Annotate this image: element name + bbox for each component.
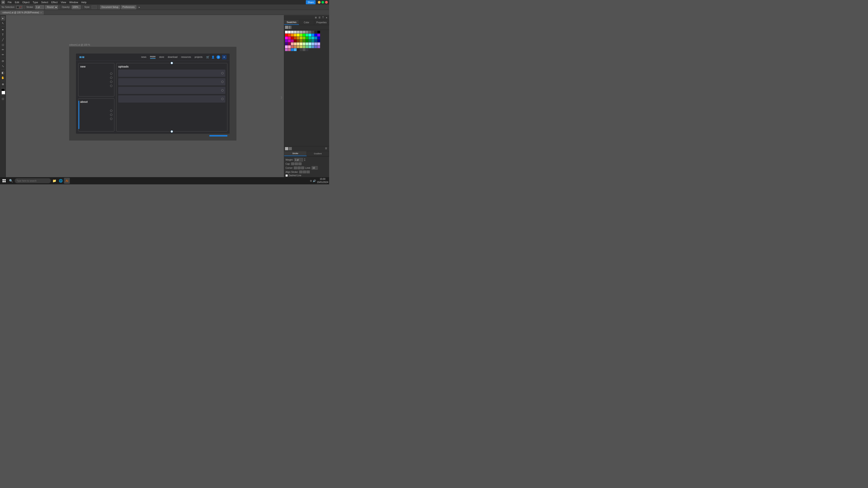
color-swatch[interactable] bbox=[297, 31, 300, 33]
color-swatch[interactable] bbox=[294, 37, 297, 39]
minimize-button[interactable] bbox=[318, 1, 320, 4]
menu-effect[interactable]: Effect bbox=[50, 1, 59, 4]
menu-file[interactable]: File bbox=[6, 1, 13, 4]
color-swatch[interactable] bbox=[297, 45, 300, 48]
corner-bevel[interactable] bbox=[301, 166, 304, 169]
panel-icon-4[interactable]: ▸ bbox=[325, 16, 328, 19]
color-swatch[interactable] bbox=[311, 37, 314, 39]
panel-icon-1[interactable]: ⊞ bbox=[314, 16, 317, 19]
color-swatch[interactable] bbox=[303, 37, 305, 39]
cap-butt[interactable] bbox=[291, 162, 294, 165]
zoom-tool[interactable]: ⊕ bbox=[1, 82, 5, 87]
cap-round[interactable] bbox=[295, 162, 298, 165]
scale-tool[interactable]: ⤡ bbox=[1, 64, 5, 68]
color-swatch[interactable] bbox=[291, 34, 293, 36]
color-swatch[interactable] bbox=[303, 42, 305, 45]
color-swatch[interactable] bbox=[300, 34, 303, 36]
panel-new-swatch[interactable] bbox=[285, 147, 288, 150]
color-swatch[interactable] bbox=[297, 37, 300, 39]
taskbar-file-explorer[interactable]: 📁 bbox=[51, 178, 57, 184]
color-swatch[interactable] bbox=[288, 42, 291, 45]
color-swatch[interactable] bbox=[297, 34, 300, 36]
corner-miter[interactable] bbox=[294, 166, 297, 169]
menu-object[interactable]: Object bbox=[21, 1, 31, 4]
color-swatch[interactable] bbox=[311, 34, 314, 36]
upload-radio-3[interactable] bbox=[221, 89, 223, 92]
align-inside[interactable] bbox=[303, 170, 306, 173]
color-swatch[interactable] bbox=[300, 45, 303, 48]
color-swatch[interactable] bbox=[306, 34, 308, 36]
cap-projecting[interactable] bbox=[298, 162, 302, 165]
weight-down[interactable]: ▼ bbox=[304, 160, 306, 162]
color-swatch[interactable] bbox=[288, 37, 291, 39]
swatch-gradient[interactable] bbox=[289, 26, 292, 29]
color-swatch[interactable] bbox=[285, 34, 288, 36]
color-swatch[interactable] bbox=[300, 42, 303, 45]
color-swatch[interactable] bbox=[303, 31, 305, 33]
color-swatch[interactable] bbox=[297, 48, 300, 51]
color-swatch[interactable] bbox=[306, 42, 308, 45]
color-swatch[interactable] bbox=[303, 34, 305, 36]
color-swatch[interactable] bbox=[300, 48, 303, 51]
color-swatch[interactable] bbox=[303, 45, 305, 48]
upload-item-3[interactable] bbox=[118, 87, 225, 94]
type-tool[interactable]: T bbox=[1, 33, 5, 37]
weight-input[interactable] bbox=[294, 158, 303, 162]
menu-type[interactable]: Type bbox=[31, 1, 39, 4]
menu-select[interactable]: Select bbox=[40, 1, 50, 4]
about-radio-2[interactable] bbox=[110, 113, 112, 116]
file-tab[interactable]: colours1.ai @ 100 % (RGB/Preview) × bbox=[0, 10, 44, 15]
color-swatch[interactable] bbox=[288, 31, 291, 33]
upload-item-4[interactable] bbox=[118, 95, 225, 103]
opacity-input[interactable] bbox=[72, 5, 81, 9]
taskbar-search-input[interactable] bbox=[15, 178, 51, 183]
color-swatch[interactable] bbox=[314, 45, 317, 48]
pencil-tool[interactable]: ✏ bbox=[1, 53, 5, 57]
panel-menu[interactable]: ☰ bbox=[325, 147, 328, 150]
color-swatch[interactable] bbox=[291, 48, 293, 51]
search-button[interactable]: 🔍 bbox=[8, 178, 14, 184]
user-icon[interactable]: 👤 bbox=[211, 56, 215, 59]
tab-swatches[interactable]: Swatches bbox=[284, 20, 299, 25]
maximize-button[interactable] bbox=[321, 1, 324, 4]
color-swatch[interactable] bbox=[314, 31, 317, 33]
corner-round[interactable] bbox=[298, 166, 301, 169]
hamburger-button[interactable]: ≡ bbox=[222, 55, 226, 59]
upload-radio-4[interactable] bbox=[221, 98, 223, 100]
color-swatch[interactable] bbox=[294, 34, 297, 36]
color-swatch[interactable] bbox=[309, 31, 311, 33]
tab-color[interactable]: Color bbox=[299, 20, 314, 25]
line-tool[interactable]: ╱ bbox=[1, 37, 5, 42]
selection-handle-bottom[interactable] bbox=[170, 130, 173, 133]
color-swatch[interactable] bbox=[285, 37, 288, 39]
color-swatch[interactable] bbox=[314, 39, 317, 42]
upload-radio-1[interactable] bbox=[221, 72, 223, 74]
color-swatch[interactable] bbox=[288, 45, 291, 48]
color-swatch[interactable] bbox=[303, 48, 305, 51]
color-swatch[interactable] bbox=[311, 39, 314, 42]
taskbar-illustrator[interactable]: Ai bbox=[64, 178, 70, 184]
align-center[interactable] bbox=[299, 170, 303, 173]
direct-select-tool[interactable]: ↖ bbox=[1, 21, 5, 26]
start-button[interactable] bbox=[1, 178, 7, 184]
color-swatch[interactable] bbox=[314, 37, 317, 39]
pen-tool[interactable]: ✒ bbox=[1, 28, 5, 32]
tab-close-button[interactable]: × bbox=[40, 11, 41, 14]
color-swatch[interactable] bbox=[294, 42, 297, 45]
color-swatch[interactable] bbox=[317, 42, 320, 45]
color-swatch[interactable] bbox=[306, 31, 308, 33]
color-swatch[interactable] bbox=[291, 37, 293, 39]
color-swatch[interactable] bbox=[317, 31, 320, 33]
about-radio-3[interactable] bbox=[110, 118, 112, 120]
color-swatch[interactable] bbox=[294, 48, 297, 51]
color-swatch[interactable] bbox=[309, 37, 311, 39]
network-icon[interactable]: ⊙ bbox=[310, 180, 312, 182]
selection-handle-top[interactable] bbox=[170, 62, 173, 64]
gradient-tool[interactable]: ◧ bbox=[1, 70, 5, 75]
color-swatch[interactable] bbox=[291, 31, 293, 33]
eyedropper-tool[interactable]: ✋ bbox=[1, 75, 5, 80]
panel-icon-3[interactable]: T bbox=[321, 16, 324, 19]
color-swatch[interactable] bbox=[311, 45, 314, 48]
tab-properties[interactable]: Properties bbox=[314, 20, 329, 25]
new-radio-1[interactable] bbox=[110, 72, 112, 75]
